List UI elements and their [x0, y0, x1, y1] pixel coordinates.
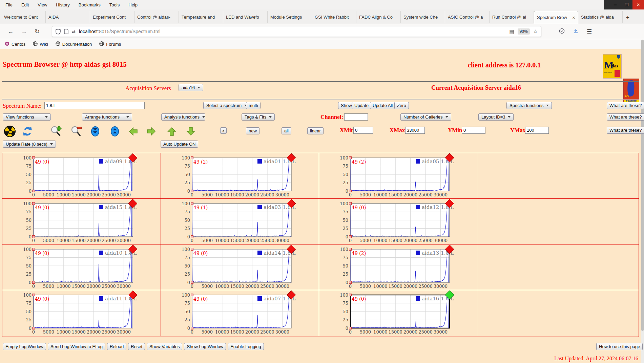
xmax-input[interactable] — [405, 127, 425, 134]
number-of-galleries-select[interactable]: Number of Galleries — [400, 113, 451, 121]
tab-spectrum-brow[interactable]: Spectrum Brow× — [534, 11, 578, 24]
expand-y-icon[interactable] — [109, 126, 121, 137]
window-maximize-button[interactable]: ❐ — [621, 0, 632, 9]
spectrum-plot-aida13[interactable]: 0255075100050001000015000200002500030000… — [319, 244, 474, 290]
spectrum-plot-aida05[interactable]: 0255075100050001000015000200002500030000… — [319, 153, 474, 198]
update-rate-select[interactable]: Update Rate (8 secs) — [3, 141, 56, 148]
zoom-in-icon[interactable] — [50, 126, 62, 137]
app-menu-icon[interactable]: ☰ — [587, 28, 592, 35]
arrow-right-icon[interactable] — [146, 126, 157, 137]
reader-mode-icon[interactable]: ▤ — [509, 28, 514, 35]
multi-button[interactable]: multi — [246, 102, 261, 109]
tab-led-and-wavefo[interactable]: LED and Wavefo — [223, 11, 268, 23]
spectrum-plot-aida07[interactable]: 0255075100050001000015000200002500030000… — [161, 290, 315, 336]
tab-run-control-ai[interactable]: Run Control @ ai — [490, 11, 534, 23]
gallery-cell-aida09[interactable]: 0255075100050001000015000200002500030000… — [2, 153, 161, 199]
tab-asic-control-a[interactable]: ASIC Control @ a — [445, 11, 490, 23]
empty-log-window-button[interactable]: Empty Log Window — [3, 343, 46, 350]
arrange-functions-select[interactable]: Arrange functions — [82, 113, 132, 121]
spectrum-plot-aida01[interactable]: 0255075100050001000015000200002500030000… — [161, 153, 315, 198]
menu-tools[interactable]: Tools — [109, 2, 120, 7]
spectrum-plot-aida11[interactable]: 0255075100050001000015000200002500030000… — [2, 290, 157, 336]
arrow-left-icon[interactable] — [127, 126, 139, 137]
select-spectrum-select[interactable]: Select a spectrum — [203, 102, 250, 109]
gallery-cell-aida16[interactable]: 0255075100050001000015000200002500030000… — [319, 290, 477, 336]
bookmark-centos[interactable]: Centos — [5, 41, 25, 47]
zoom-level-badge[interactable]: 90% — [518, 28, 530, 35]
view-functions-select[interactable]: View functions — [3, 113, 51, 121]
zero-button[interactable]: Zero — [394, 102, 409, 109]
acquisition-server-select[interactable]: aida16 — [179, 84, 203, 91]
tab-aida[interactable]: AIDA — [46, 11, 90, 23]
gallery-cell-aida15[interactable]: 0255075100050001000015000200002500030000… — [2, 199, 161, 244]
reset-button[interactable]: Reset — [128, 343, 145, 350]
page-info-icon[interactable] — [64, 29, 68, 34]
tab-statistics-aida[interactable]: Statistics @ aida — [578, 11, 623, 23]
bookmark-star-icon[interactable]: ☆ — [533, 28, 538, 35]
spectrum-plot-aida16[interactable]: 0255075100050001000015000200002500030000… — [319, 290, 474, 336]
xmin-input[interactable] — [353, 127, 373, 134]
radiation-icon[interactable] — [4, 126, 16, 137]
gallery-cell-aida13[interactable]: 0255075100050001000015000200002500030000… — [319, 244, 477, 290]
zoom-out-icon[interactable] — [70, 126, 82, 137]
new-tab-button[interactable]: + — [623, 12, 633, 24]
update-button[interactable]: Update — [352, 102, 371, 109]
update-all-button[interactable]: Update All — [370, 102, 395, 109]
arrow-down-icon[interactable] — [185, 126, 196, 137]
gallery-cell-aida11[interactable]: 0255075100050001000015000200002500030000… — [2, 290, 161, 336]
tab-experiment-cont[interactable]: Experiment Cont — [90, 11, 134, 23]
new-button[interactable]: new — [246, 127, 259, 134]
menu-history[interactable]: History — [56, 2, 69, 7]
tags-fits-select[interactable]: Tags & Fits — [242, 113, 275, 121]
spectrum-plot-aida10[interactable]: 0255075100050001000015000200002500030000… — [2, 244, 157, 290]
enable-logging-button[interactable]: Enable Logging — [228, 343, 264, 350]
gallery-cell-aida12[interactable]: 0255075100050001000015000200002500030000… — [319, 199, 477, 244]
forward-icon[interactable]: → — [21, 28, 27, 35]
menu-bookmarks[interactable]: Bookmarks — [79, 2, 101, 7]
tab-fadc-align-co[interactable]: FADC Align & Co — [356, 11, 401, 23]
gallery-cell-aida10[interactable]: 0255075100050001000015000200002500030000… — [2, 244, 161, 290]
linear-button[interactable]: linear — [307, 127, 324, 134]
spectrum-plot-aida12[interactable]: 0255075100050001000015000200002500030000… — [319, 199, 474, 244]
scrollbar-thumb[interactable] — [641, 40, 644, 331]
spectrum-plot-aida03[interactable]: 0255075100050001000015000200002500030000… — [161, 199, 315, 244]
menu-file[interactable]: File — [5, 2, 13, 7]
analysis-functions-select[interactable]: Analysis functions — [161, 113, 205, 121]
spectra-functions-select[interactable]: Spectra functions — [506, 102, 552, 109]
what-are-these-button[interactable]: What are these? — [607, 127, 644, 134]
channel-input[interactable] — [344, 113, 368, 121]
gallery-cell-aida01[interactable]: 0255075100050001000015000200002500030000… — [161, 153, 319, 199]
auto-update-button[interactable]: Auto Update ON — [161, 141, 198, 148]
spectrum-plot-aida14[interactable]: 0255075100050001000015000200002500030000… — [161, 244, 315, 290]
tab-control-aidas[interactable]: Control @ aidas- — [134, 11, 179, 23]
compress-y-icon[interactable] — [89, 126, 101, 137]
bookmark-wiki[interactable]: Wiki — [33, 41, 48, 47]
url-bar[interactable]: ⇄ localhost:8015/Spectrum/Spectrum.tml ▤… — [52, 26, 541, 37]
what-are-these-button[interactable]: What are these? — [607, 113, 644, 121]
gallery-cell-aida05[interactable]: 0255075100050001000015000200002500030000… — [319, 153, 477, 199]
all-button[interactable]: all — [282, 127, 291, 134]
ymin-input[interactable] — [462, 127, 485, 134]
back-icon[interactable]: ← — [7, 28, 14, 35]
bookmark-forums[interactable]: Forums — [99, 41, 121, 47]
reload-icon[interactable]: ↻ — [35, 28, 40, 35]
gallery-cell-aida14[interactable]: 0255075100050001000015000200002500030000… — [161, 244, 319, 290]
menu-help[interactable]: Help — [128, 2, 138, 7]
tab-gsi-white-rabbit[interactable]: GSI White Rabbit — [312, 11, 356, 23]
spectrum-plot-aida09[interactable]: 0255075100050001000015000200002500030000… — [2, 153, 157, 198]
tab-system-wide-che[interactable]: System wide Che — [401, 11, 445, 23]
window-close-button[interactable]: ✕ — [632, 0, 644, 9]
layout-id-select[interactable]: Layout ID=3 — [478, 113, 514, 121]
gallery-cell-aida03[interactable]: 0255075100050001000015000200002500030000… — [161, 199, 319, 244]
reload-button[interactable]: Reload — [107, 343, 126, 350]
ymax-input[interactable] — [525, 127, 549, 134]
arrow-up-icon[interactable] — [166, 126, 178, 137]
spectrum-plot-aida15[interactable]: 0255075100050001000015000200002500030000… — [2, 199, 157, 244]
refresh-icon[interactable] — [22, 126, 33, 137]
tab-close-icon[interactable]: × — [572, 15, 575, 20]
gallery-cell-aida07[interactable]: 0255075100050001000015000200002500030000… — [161, 290, 319, 336]
menu-view[interactable]: View — [38, 2, 47, 7]
permissions-icon[interactable]: ⇄ — [72, 29, 76, 34]
tab-module-settings[interactable]: Module Settings — [268, 11, 312, 23]
what-are-these-button[interactable]: What are these? — [607, 102, 644, 109]
